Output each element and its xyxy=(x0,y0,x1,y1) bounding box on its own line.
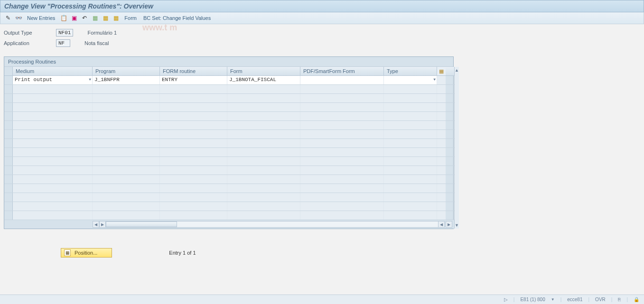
cell-empty[interactable] xyxy=(300,112,384,120)
cell-empty[interactable] xyxy=(384,94,437,102)
table-row-empty[interactable] xyxy=(4,184,454,193)
cell-empty[interactable] xyxy=(160,193,227,202)
table-row-empty[interactable] xyxy=(4,211,454,220)
hscroll-right-icon[interactable]: ▶ xyxy=(99,221,106,228)
cell-empty[interactable] xyxy=(160,130,227,138)
table-row-empty[interactable] xyxy=(4,139,454,148)
hscroll-left2-icon[interactable]: ◀ xyxy=(438,221,445,228)
cell-empty[interactable] xyxy=(384,211,437,220)
cell-empty[interactable] xyxy=(300,139,384,147)
cell-empty[interactable] xyxy=(227,112,300,120)
table-row-empty[interactable] xyxy=(4,130,454,139)
dropdown-icon[interactable]: ▼ xyxy=(433,77,436,82)
cell-empty[interactable] xyxy=(300,103,384,111)
row-selector[interactable] xyxy=(4,85,13,93)
dropdown-icon[interactable]: ▼ xyxy=(89,77,91,82)
cell-empty[interactable] xyxy=(93,202,160,211)
table-row-empty[interactable] xyxy=(4,175,454,184)
cell-medium[interactable]: Print output ▼ xyxy=(13,76,93,84)
cell-empty[interactable] xyxy=(13,157,93,166)
cell-empty[interactable] xyxy=(227,130,300,138)
cell-empty[interactable] xyxy=(227,139,300,147)
cell-empty[interactable] xyxy=(93,85,160,93)
cell-empty[interactable] xyxy=(160,211,227,220)
table-row-empty[interactable] xyxy=(4,202,454,211)
cell-empty[interactable] xyxy=(160,175,227,184)
hscroll-left-icon[interactable]: ◀ xyxy=(93,221,99,228)
delete-icon[interactable]: ▣ xyxy=(70,14,78,22)
cell-empty[interactable] xyxy=(227,184,300,193)
cell-empty[interactable] xyxy=(300,211,384,220)
cell-empty[interactable] xyxy=(300,94,384,102)
cell-empty[interactable] xyxy=(93,157,160,166)
cell-form-routine[interactable]: ENTRY xyxy=(160,76,227,84)
cell-empty[interactable] xyxy=(160,166,227,175)
cell-empty[interactable] xyxy=(13,94,93,102)
cell-form[interactable]: J_1BNOTA_FISCAL xyxy=(227,76,300,84)
cell-empty[interactable] xyxy=(13,202,93,211)
configure-columns-icon[interactable]: ▦ xyxy=(437,67,446,75)
cell-empty[interactable] xyxy=(93,130,160,138)
hscroll-track[interactable] xyxy=(106,221,438,228)
cell-empty[interactable] xyxy=(13,139,93,147)
cell-empty[interactable] xyxy=(160,157,227,166)
cell-empty[interactable] xyxy=(300,148,384,157)
col-form[interactable]: Form xyxy=(227,67,300,75)
cell-empty[interactable] xyxy=(160,184,227,193)
table-row-empty[interactable] xyxy=(4,103,454,112)
table-row-empty[interactable] xyxy=(4,112,454,121)
row-header-corner[interactable] xyxy=(4,67,13,75)
cell-empty[interactable] xyxy=(227,166,300,175)
position-button[interactable]: ▦ Position... xyxy=(61,248,112,258)
cell-empty[interactable] xyxy=(384,85,437,93)
cell-empty[interactable] xyxy=(93,103,160,111)
copy-icon[interactable]: 📋 xyxy=(60,14,67,22)
table-row-empty[interactable] xyxy=(4,148,454,157)
row-selector[interactable] xyxy=(4,184,13,193)
cell-empty[interactable] xyxy=(13,184,93,193)
cell-empty[interactable] xyxy=(160,85,227,93)
cell-empty[interactable] xyxy=(93,121,160,129)
col-type[interactable]: Type xyxy=(384,67,437,75)
row-selector[interactable] xyxy=(4,193,13,202)
table-row-empty[interactable] xyxy=(4,157,454,166)
cell-empty[interactable] xyxy=(93,193,160,202)
cell-empty[interactable] xyxy=(300,130,384,138)
row-selector[interactable] xyxy=(4,211,13,220)
cell-empty[interactable] xyxy=(300,202,384,211)
cell-empty[interactable] xyxy=(160,103,227,111)
row-selector[interactable] xyxy=(4,130,13,138)
cell-empty[interactable] xyxy=(227,103,300,111)
cell-empty[interactable] xyxy=(227,148,300,157)
vscroll[interactable]: ▲ ▼ xyxy=(454,67,459,229)
cell-empty[interactable] xyxy=(13,85,93,93)
cell-empty[interactable] xyxy=(13,130,93,138)
cell-empty[interactable] xyxy=(227,202,300,211)
cell-empty[interactable] xyxy=(160,148,227,157)
cell-empty[interactable] xyxy=(384,148,437,157)
cell-empty[interactable] xyxy=(93,166,160,175)
select-all-icon[interactable]: ▦ xyxy=(91,14,99,22)
cell-empty[interactable] xyxy=(227,94,300,102)
undo-icon[interactable]: ↶ xyxy=(81,14,88,22)
cell-empty[interactable] xyxy=(13,103,93,111)
toggle-display-icon[interactable]: ✎ xyxy=(4,14,12,22)
cell-empty[interactable] xyxy=(384,184,437,193)
cell-empty[interactable] xyxy=(93,148,160,157)
cell-empty[interactable] xyxy=(93,184,160,193)
cell-empty[interactable] xyxy=(384,130,437,138)
cell-empty[interactable] xyxy=(13,166,93,175)
bcset-button[interactable]: BC Set: Change Field Values xyxy=(141,15,213,21)
output-type-value[interactable]: NF01 xyxy=(56,29,73,37)
cell-empty[interactable] xyxy=(93,139,160,147)
new-entries-button[interactable]: New Entries xyxy=(25,15,57,21)
cell-pdf[interactable] xyxy=(300,76,384,84)
application-value[interactable]: NF xyxy=(56,39,70,47)
cell-empty[interactable] xyxy=(384,202,437,211)
select-block-icon[interactable]: ▦ xyxy=(102,14,109,22)
cell-program[interactable]: J_1BNFPR xyxy=(93,76,160,84)
table-row-empty[interactable] xyxy=(4,121,454,130)
cell-empty[interactable] xyxy=(160,202,227,211)
glasses-icon[interactable]: 👓 xyxy=(15,14,22,22)
cell-empty[interactable] xyxy=(160,121,227,129)
